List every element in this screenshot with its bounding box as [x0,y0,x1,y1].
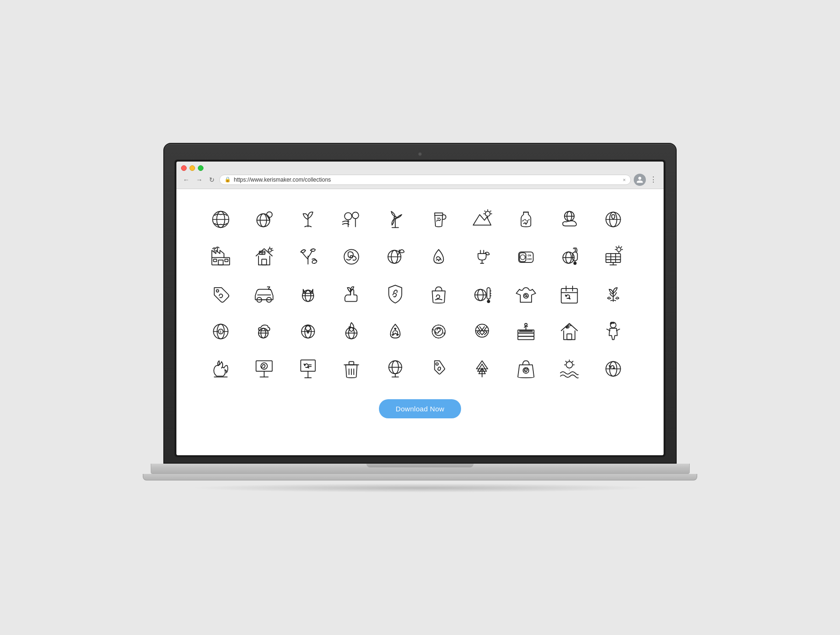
icon-solar-panel[interactable] [597,240,630,273]
icon-recycle-calendar[interactable] [553,278,586,310]
close-traffic-light[interactable] [181,165,187,171]
icon-earth-money[interactable]: $ [204,315,237,348]
icon-coral-reef[interactable] [597,278,630,310]
icon-fire-earth[interactable] [335,315,368,348]
icon-recycle-bottle[interactable] [510,203,542,236]
icon-earth-leaf[interactable] [379,240,412,273]
svg-point-42 [268,248,272,252]
laptop-lid: ← → ↻ 🔒 https://www.kerismaker.com/colle… [163,143,677,464]
icon-earth-tree[interactable] [248,203,280,236]
icon-mountain-sun[interactable] [466,203,498,236]
icons-grid: ON OFF [204,203,636,385]
icon-electric-car[interactable] [248,278,280,310]
icon-drop-recycle[interactable] [379,315,412,348]
icon-water-plant[interactable] [292,240,324,273]
svg-rect-33 [218,260,223,264]
maximize-traffic-light[interactable] [198,165,203,171]
svg-point-155 [436,363,438,365]
icon-shield-eco[interactable] [379,278,412,310]
icon-water-drop-eco[interactable] [422,240,455,273]
svg-line-24 [490,211,491,211]
forward-button[interactable]: → [194,176,204,184]
icon-trees-wind[interactable] [335,203,368,236]
icon-earth-cycle[interactable] [422,315,455,348]
icon-plug-leaf[interactable] [466,240,498,273]
icon-eco-home[interactable] [553,315,586,348]
laptop-bottom [143,474,697,480]
icon-factory[interactable] [204,240,237,273]
browser-toolbar: ← → ↻ 🔒 https://www.kerismaker.com/colle… [181,174,659,186]
svg-line-80 [621,247,622,247]
profile-icon[interactable] [634,174,646,186]
icon-eco-globe[interactable] [335,240,368,273]
icon-recycle-cup[interactable] [422,203,455,236]
icon-on-off-eco[interactable]: ON OFF [510,240,542,273]
svg-point-66 [574,262,576,264]
laptop-base [151,464,690,474]
traffic-lights [181,165,659,171]
tab-close-button[interactable]: × [623,177,626,183]
address-bar[interactable]: 🔒 https://www.kerismaker.com/collections… [219,175,631,185]
icon-bulb-earth[interactable] [292,315,324,348]
svg-rect-32 [212,257,230,265]
svg-point-12 [352,212,359,219]
icon-heart-earth[interactable] [597,203,630,236]
icon-hot-earth[interactable] [553,240,586,273]
minimize-traffic-light[interactable] [189,165,195,171]
menu-dots[interactable]: ⋮ [648,174,659,185]
browser-window: ← → ↻ 🔒 https://www.kerismaker.com/colle… [176,162,664,455]
svg-point-81 [216,289,218,292]
icon-billboard-eco[interactable] [248,353,280,385]
toolbar-right: ⋮ [634,174,659,186]
svg-rect-34 [213,259,217,261]
icon-plant-sprout[interactable] [292,203,324,236]
refresh-button[interactable]: ↻ [207,176,217,184]
svg-text:ON: ON [527,254,531,257]
camera [418,152,422,156]
svg-line-164 [572,361,573,362]
svg-rect-133 [567,334,572,339]
icon-crown-earth[interactable] [292,278,324,310]
svg-rect-128 [518,333,534,336]
icon-eco-bag[interactable] [422,278,455,310]
icon-eco-label[interactable] [422,353,455,385]
icon-recycle-bin[interactable] [335,353,368,385]
svg-point-18 [485,211,490,216]
icon-eco-tag[interactable] [204,278,237,310]
icon-tree-nature[interactable] [466,353,498,385]
svg-line-163 [566,361,567,362]
icon-earth-recycle[interactable] [597,353,630,385]
svg-line-79 [616,247,617,247]
icon-wind-turbine[interactable] [379,203,412,236]
svg-rect-93 [487,288,490,299]
lock-icon: 🔒 [224,176,231,183]
icon-cloud-earth[interactable] [248,315,280,348]
svg-point-132 [525,323,527,325]
icon-ocean-sun[interactable] [553,353,586,385]
svg-point-48 [350,255,353,258]
icon-earth-temperature[interactable] [466,278,498,310]
icon-wildfire[interactable] [204,353,237,385]
laptop-hinge [366,464,474,467]
download-now-button[interactable]: Download Now [379,399,461,418]
laptop-container: ← → ↻ 🔒 https://www.kerismaker.com/colle… [163,143,677,493]
icon-globe-stand[interactable] [379,353,412,385]
svg-point-95 [488,300,490,303]
icon-soil-layers[interactable] [510,315,542,348]
icon-hand-earth[interactable] [553,203,586,236]
svg-text:OFF: OFF [527,257,532,260]
icon-sign-recycle[interactable] [292,353,324,385]
svg-rect-67 [606,254,620,262]
svg-rect-129 [518,336,534,339]
icon-woman-nature[interactable] [597,315,630,348]
back-button[interactable]: ← [181,176,191,184]
icon-solar-house[interactable] [248,240,280,273]
icon-globe-ecology[interactable] [204,203,237,236]
icon-hand-plant[interactable] [335,278,368,310]
icon-eco-shopping[interactable] [510,353,542,385]
icon-earth-map[interactable] [466,315,498,348]
svg-line-44 [272,248,273,248]
icon-eco-tshirt[interactable] [510,278,542,310]
svg-rect-64 [573,252,577,261]
svg-point-99 [524,293,528,298]
